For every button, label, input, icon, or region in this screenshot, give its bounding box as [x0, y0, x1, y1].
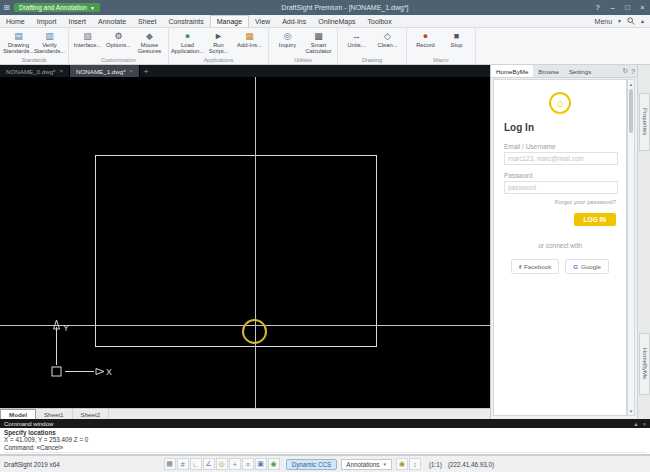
- close-icon[interactable]: ×: [130, 68, 134, 74]
- close-button[interactable]: ×: [635, 0, 650, 15]
- help-button[interactable]: ?: [590, 0, 605, 15]
- tab-onlinemaps[interactable]: OnlineMaps: [312, 15, 361, 27]
- tab-insert[interactable]: Insert: [63, 15, 93, 27]
- ucs-axes-icon: Y X: [38, 315, 118, 385]
- palette-tab-properties[interactable]: Properties: [639, 93, 650, 151]
- collapse-ribbon-icon[interactable]: ▲: [640, 18, 645, 24]
- status-readouts: (1:1) (222.41,46.93,0): [429, 461, 494, 468]
- sheet-tab-sheet2[interactable]: Sheet2: [73, 409, 110, 419]
- annotation-visibility-icon[interactable]: ◉: [396, 458, 408, 470]
- palette-strip: Properties HomeByMe: [637, 65, 650, 419]
- ribbon-group-customization: ▧ Interface... ⚙ Options... ◆ Mouse Gest…: [69, 28, 169, 64]
- add-ins-button[interactable]: ▦ Add-Ins...: [234, 30, 265, 48]
- clean-button[interactable]: ◇ Clean...: [372, 30, 403, 48]
- record-icon: ●: [423, 30, 428, 42]
- scroll-thumb[interactable]: [629, 89, 633, 133]
- ribbon-group-macro: ● Record ■ Stop Macro: [407, 28, 476, 64]
- verify-standards-button[interactable]: ▥ Verify Standards...: [34, 30, 65, 55]
- stop-button[interactable]: ■ Stop: [441, 30, 472, 48]
- doc-tab-noname0[interactable]: NONAME_0.dwg* ×: [0, 65, 70, 77]
- drawing-canvas[interactable]: Y X: [0, 77, 490, 408]
- load-application-button[interactable]: ● Load Application...: [172, 30, 203, 55]
- close-icon[interactable]: ×: [643, 421, 646, 427]
- close-icon[interactable]: ×: [60, 68, 64, 74]
- tab-add-ins[interactable]: Add-Ins: [276, 15, 312, 27]
- password-field[interactable]: [504, 181, 618, 194]
- snap-icon[interactable]: ▦: [164, 458, 176, 470]
- document-tab-bar: NONAME_0.dwg* × NONAME_1.dwg* × +: [0, 65, 490, 77]
- social-login-row: f Facebook G Google: [494, 259, 626, 274]
- drawing-standards-button[interactable]: ▤ Drawing Standards...: [3, 30, 34, 55]
- grid-icon[interactable]: #: [177, 458, 189, 470]
- quick-input-icon[interactable]: ◉: [268, 458, 280, 470]
- auto-scale-icon[interactable]: ↕: [409, 458, 421, 470]
- inquiry-button[interactable]: ◎ Inquiry: [272, 30, 303, 48]
- google-login-button[interactable]: G Google: [565, 259, 609, 274]
- app-icon: ⊞: [0, 3, 13, 12]
- maximize-button[interactable]: □: [620, 0, 635, 15]
- tab-constraints[interactable]: Constraints: [162, 15, 209, 27]
- help-icon[interactable]: ?: [631, 68, 635, 75]
- tab-toolbox[interactable]: Toolbox: [362, 15, 398, 27]
- group-label-standards: Standards: [0, 57, 68, 63]
- panel-tab-browse[interactable]: Browse: [533, 65, 564, 77]
- run-script-button[interactable]: ► Run Script...: [203, 30, 234, 55]
- units-button[interactable]: ↔ Units...: [341, 30, 372, 48]
- dynamic-ccs-toggle[interactable]: Dynamic CCS: [286, 459, 338, 470]
- tab-view[interactable]: View: [249, 15, 276, 27]
- facebook-login-button[interactable]: f Facebook: [511, 259, 559, 274]
- tab-sheet[interactable]: Sheet: [132, 15, 162, 27]
- chevron-up-icon[interactable]: ▲: [633, 421, 638, 427]
- stop-icon: ■: [454, 30, 459, 42]
- sheet-tab-sheet1[interactable]: Sheet1: [36, 409, 73, 419]
- clean-icon: ◇: [384, 30, 391, 42]
- window-title: DraftSight Premium - [NONAME_1.dwg*]: [100, 4, 590, 11]
- options-button[interactable]: ⚙ Options...: [103, 30, 134, 48]
- entity-track-icon[interactable]: +: [229, 458, 241, 470]
- search-icon[interactable]: [627, 17, 635, 25]
- tab-annotate[interactable]: Annotate: [92, 15, 132, 27]
- email-field[interactable]: [504, 152, 618, 165]
- tab-manage[interactable]: Manage: [210, 15, 249, 27]
- smart-calculator-button[interactable]: ▩ Smart Calculator: [303, 30, 334, 55]
- group-label-macro: Macro: [407, 57, 475, 63]
- menu-button[interactable]: Menu: [595, 18, 613, 25]
- group-label-utilities: Utilities: [269, 57, 337, 63]
- sync-icon[interactable]: ↻: [622, 67, 628, 75]
- annotations-dropdown[interactable]: Annotations ▼: [341, 459, 392, 470]
- scroll-up-icon[interactable]: ▲: [628, 80, 634, 88]
- palette-tab-homebyme[interactable]: HomeByMe: [639, 333, 650, 395]
- command-window-header[interactable]: Command window ▲ ×: [0, 419, 650, 428]
- ortho-icon[interactable]: ∟: [190, 458, 202, 470]
- panel-tab-homebyme[interactable]: HomeByMe: [491, 65, 533, 77]
- sheet-tab-model[interactable]: Model: [0, 409, 36, 419]
- panel-tab-settings[interactable]: Settings: [564, 65, 596, 77]
- crosshair-vertical: [255, 77, 256, 408]
- login-heading: Log In: [504, 122, 616, 133]
- chevron-down-icon: ▼: [617, 18, 622, 24]
- new-document-button[interactable]: +: [140, 65, 152, 77]
- ribbon-group-drawing: ↔ Units... ◇ Clean... Drawing: [338, 28, 407, 64]
- ribbon: ▤ Drawing Standards... ▥ Verify Standard…: [0, 28, 650, 65]
- interface-button[interactable]: ▧ Interface...: [72, 30, 103, 48]
- forgot-password-link[interactable]: Forgot your password?: [504, 199, 616, 205]
- print-area-icon[interactable]: ▣: [255, 458, 267, 470]
- tab-import[interactable]: Import: [31, 15, 63, 27]
- login-button[interactable]: LOG IN: [574, 213, 616, 226]
- cursor-pick-circle: [242, 319, 267, 344]
- command-window[interactable]: Specify locations X = 41.009, Y = 253.40…: [0, 428, 650, 455]
- minimize-button[interactable]: –: [605, 0, 620, 15]
- record-button[interactable]: ● Record: [410, 30, 441, 48]
- sheet-tab-bar: Model Sheet1 Sheet2: [0, 408, 490, 419]
- ribbon-group-applications: ● Load Application... ► Run Script... ▦ …: [169, 28, 269, 64]
- doc-tab-noname1[interactable]: NONAME_1.dwg* ×: [70, 65, 140, 77]
- homebyme-logo-icon: ⌂: [549, 92, 571, 114]
- lineweight-icon[interactable]: ≡: [242, 458, 254, 470]
- tab-home[interactable]: Home: [0, 15, 31, 27]
- scroll-down-icon[interactable]: ▼: [628, 407, 634, 415]
- mouse-gestures-button[interactable]: ◆ Mouse Gestures: [134, 30, 165, 55]
- polar-icon[interactable]: ∠: [203, 458, 215, 470]
- panel-scrollbar[interactable]: ▲ ▼: [627, 79, 635, 416]
- entity-snap-icon[interactable]: ◎: [216, 458, 228, 470]
- workspace-selector[interactable]: Drafting and Annotation ▼: [14, 3, 100, 12]
